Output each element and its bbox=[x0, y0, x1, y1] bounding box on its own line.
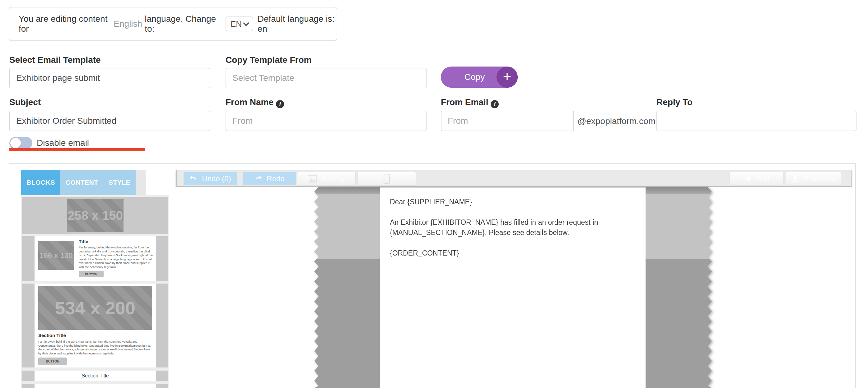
disable-email-label: Disable email bbox=[37, 138, 89, 148]
block-text: Far far away, behind the word mountains,… bbox=[79, 246, 153, 269]
block-rail bbox=[22, 236, 34, 281]
from-name-input[interactable] bbox=[225, 111, 427, 131]
from-email-domain-suffix: @expoplatform.com bbox=[578, 116, 655, 126]
download-button[interactable]: Download bbox=[786, 172, 841, 185]
block-card bbox=[34, 384, 156, 388]
editor-sidebar: BLOCKS CONTENT STYLE 258 x 150 166 x 130… bbox=[21, 170, 169, 388]
block-rail bbox=[22, 384, 34, 388]
block-rail bbox=[156, 384, 168, 388]
block-rail bbox=[156, 284, 168, 367]
email-line-placeholder: {ORDER_CONTENT} bbox=[390, 248, 646, 258]
email-line-body: An Exhibitor {EXHIBITOR_NAME} has filled… bbox=[390, 217, 646, 238]
block-card: 166 x 130 Title Far far away, behind the… bbox=[34, 236, 156, 281]
block-rail bbox=[22, 370, 34, 381]
gallery-button[interactable]: Gallery bbox=[298, 172, 355, 185]
block-text: Far far away, behind the word mountains,… bbox=[38, 340, 153, 355]
toggle-knob bbox=[10, 138, 21, 148]
redo-icon bbox=[254, 175, 262, 182]
copy-template-from-label: Copy Template From bbox=[225, 55, 311, 65]
image-placeholder: 534 x 200 bbox=[38, 286, 152, 330]
info-icon[interactable]: i bbox=[276, 100, 284, 108]
image-placeholder: 166 x 130 bbox=[38, 241, 74, 270]
undo-button[interactable]: Undo (0) bbox=[184, 172, 237, 185]
mobile-phone-icon bbox=[383, 174, 390, 184]
block-rail bbox=[22, 284, 34, 367]
banner-text-middle: language. Change to: bbox=[145, 14, 219, 34]
from-email-label: From Emaili bbox=[441, 97, 499, 108]
send-icon bbox=[744, 175, 752, 183]
image-placeholder: 258 x 150 bbox=[67, 199, 124, 232]
select-email-template-label: Select Email Template bbox=[9, 55, 101, 65]
block-thumb-section[interactable]: 534 x 200 Section Title Far far away, be… bbox=[22, 284, 168, 367]
language-banner: You are editing content for English lang… bbox=[9, 7, 337, 41]
mobile-preview-button[interactable] bbox=[358, 172, 416, 185]
copy-button-label: Copy bbox=[464, 72, 485, 82]
block-thumb-partial[interactable] bbox=[22, 384, 168, 388]
copy-button[interactable]: Copy + bbox=[441, 67, 518, 88]
subject-input[interactable] bbox=[9, 111, 210, 131]
plus-icon: + bbox=[497, 67, 518, 88]
block-thumb-section-title[interactable]: Section Title bbox=[22, 370, 168, 381]
block-thumb-image-text[interactable]: 166 x 130 Title Far far away, behind the… bbox=[22, 236, 168, 281]
from-name-label: From Namei bbox=[225, 97, 284, 108]
from-email-input[interactable] bbox=[441, 111, 574, 131]
email-line-greeting: Dear {SUPPLIER_NAME} bbox=[390, 197, 646, 207]
test-button[interactable]: Test bbox=[730, 172, 783, 185]
block-title: Title bbox=[79, 239, 153, 244]
editor-toolbar: Undo (0) Redo Gallery Test Download bbox=[176, 170, 851, 187]
redo-button[interactable]: Redo bbox=[243, 172, 296, 185]
banner-language: English bbox=[114, 19, 142, 29]
copy-template-from-input[interactable] bbox=[225, 68, 427, 88]
banner-text-prefix: You are editing content for bbox=[19, 14, 108, 34]
block-text-link: Vokalia and Consonantia bbox=[91, 250, 124, 253]
block-title: Section Title bbox=[38, 333, 153, 338]
language-select[interactable]: EN bbox=[225, 17, 253, 31]
sidebar-tabstrip: BLOCKS CONTENT STYLE bbox=[21, 170, 146, 195]
language-select-value: EN bbox=[230, 19, 242, 29]
select-email-template-input[interactable] bbox=[9, 68, 210, 88]
email-template-body[interactable]: Dear {SUPPLIER_NAME} An Exhibitor {EXHIB… bbox=[314, 187, 712, 388]
block-title: Section Title bbox=[82, 373, 108, 379]
disable-email-toggle[interactable] bbox=[9, 137, 32, 149]
block-card: Section Title bbox=[34, 370, 156, 381]
reply-to-input[interactable] bbox=[656, 111, 857, 131]
download-icon bbox=[791, 175, 799, 183]
block-thumb-image[interactable]: 258 x 150 bbox=[22, 197, 168, 234]
tab-content[interactable]: CONTENT bbox=[60, 170, 103, 195]
block-button: BUTTON bbox=[38, 358, 67, 365]
block-button: BUTTON bbox=[79, 271, 103, 277]
tab-blocks[interactable]: BLOCKS bbox=[21, 170, 60, 195]
email-template: Dear {SUPPLIER_NAME} An Exhibitor {EXHIB… bbox=[314, 187, 712, 388]
undo-icon bbox=[189, 175, 197, 182]
gallery-icon bbox=[308, 175, 317, 183]
blocks-list: 258 x 150 166 x 130 Title Far far away, … bbox=[21, 195, 169, 388]
banner-default-language: Default language is: en bbox=[257, 14, 337, 34]
email-content-block[interactable]: Dear {SUPPLIER_NAME} An Exhibitor {EXHIB… bbox=[380, 188, 646, 388]
red-underline-annotation bbox=[9, 148, 145, 151]
info-icon[interactable]: i bbox=[491, 100, 499, 108]
chevron-down-icon bbox=[243, 20, 249, 26]
block-card: 534 x 200 Section Title Far far away, be… bbox=[34, 284, 156, 367]
reply-to-label: Reply To bbox=[656, 97, 692, 107]
block-rail bbox=[156, 370, 168, 381]
tab-style[interactable]: STYLE bbox=[103, 170, 136, 195]
block-rail bbox=[156, 236, 168, 281]
subject-label: Subject bbox=[9, 97, 41, 107]
email-canvas[interactable]: Dear {SUPPLIER_NAME} An Exhibitor {EXHIB… bbox=[176, 187, 851, 388]
